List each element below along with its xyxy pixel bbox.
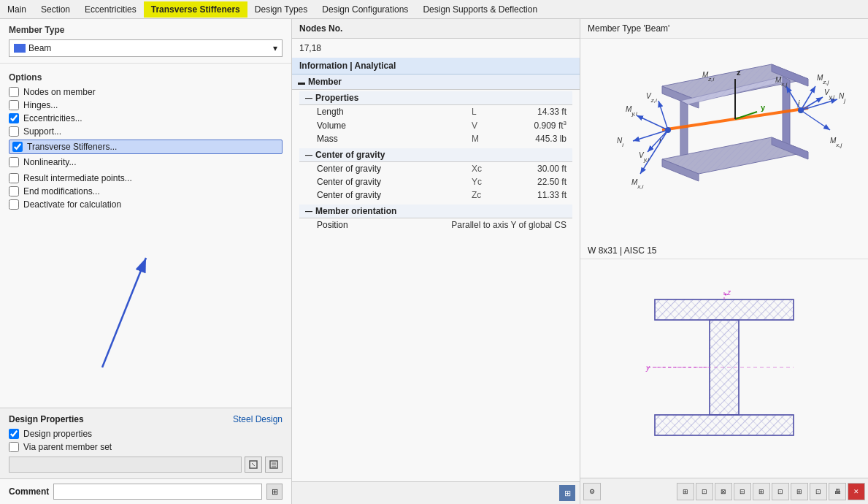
steel-design-link[interactable]: Steel Design — [233, 414, 283, 424]
menu-design-supports[interactable]: Design Supports & Deflection — [415, 1, 545, 18]
mass-name: Mass — [317, 134, 472, 144]
footer-icon-2[interactable]: ⊡ — [696, 483, 713, 500]
footer-icon-print[interactable]: 🖶 — [829, 483, 846, 500]
checkbox-eccentricities-input[interactable] — [9, 113, 19, 123]
member-type-section: Member Type Beam ▾ — [0, 19, 291, 63]
footer-icon-close[interactable]: ✕ — [848, 483, 865, 500]
cog-zc-row: Center of gravity Zc 11.33 ft — [311, 188, 572, 202]
checkbox-nonlinearity[interactable]: Nonlinearity... — [9, 157, 283, 167]
menu-eccentricities[interactable]: Eccentricities — [77, 1, 144, 18]
footer-icon-5[interactable]: ⊞ — [753, 483, 770, 500]
checkbox-eccentricities[interactable]: Eccentricities... — [9, 113, 283, 123]
checkbox-support-input[interactable] — [9, 126, 19, 137]
checkbox-end-modifications[interactable]: End modifications... — [9, 186, 283, 196]
menu-design-configurations[interactable]: Design Configurations — [315, 1, 415, 18]
properties-toggle-icon: — — [305, 94, 312, 102]
svg-rect-23 — [589, 39, 859, 243]
divider-1 — [0, 63, 291, 64]
checkbox-via-parent-input[interactable] — [9, 442, 19, 452]
grid-view-icon[interactable]: ⊞ — [559, 485, 575, 501]
svg-rect-63 — [655, 415, 794, 435]
svg-text:Mx,i: Mx,i — [631, 178, 644, 190]
length-value: 14.33 ft — [493, 107, 566, 117]
volume-value: 0.909 ft3 — [493, 120, 566, 131]
right-header: Member Type 'Beam' — [580, 19, 868, 39]
menubar: Main Section Eccentricities Transverse S… — [0, 0, 868, 19]
cog-zc-value: 11.33 ft — [493, 190, 566, 200]
options-section: Options Nodes on member Hinges... Eccent… — [0, 68, 291, 408]
checkbox-support[interactable]: Support... — [9, 126, 283, 137]
middle-panel: Nodes No. 17,18 Information | Analytical… — [292, 19, 580, 504]
menu-section[interactable]: Section — [34, 1, 77, 18]
checkbox-nodes-label: Nodes on member — [23, 87, 96, 97]
svg-text:z: z — [726, 289, 731, 297]
member-type-select[interactable]: Beam ▾ — [9, 39, 283, 57]
checkbox-hinges-input[interactable] — [9, 100, 19, 110]
design-props-button-1[interactable] — [245, 457, 262, 473]
checkbox-transverse-label: Transverse Stiffeners... — [27, 142, 117, 152]
menu-main[interactable]: Main — [0, 1, 34, 18]
right-footer: ⚙ ⊞ ⊡ ⊠ ⊟ ⊞ ⊡ ⊞ ⊡ 🖶 ✕ — [580, 478, 868, 504]
checkbox-deactivate[interactable]: Deactivate for calculation — [9, 199, 283, 210]
position-name: Position — [317, 220, 451, 230]
cog-label: Center of gravity — [315, 150, 385, 160]
cog-yc-name: Center of gravity — [317, 177, 472, 187]
checkbox-via-parent[interactable]: Via parent member set — [9, 442, 283, 452]
svg-line-3 — [252, 463, 255, 466]
checkbox-end-label: End modifications... — [23, 186, 100, 196]
checkbox-transverse-stiffeners[interactable]: Transverse Stiffeners... — [9, 140, 283, 154]
design-props-button-2[interactable] — [265, 457, 283, 473]
svg-text:Mx,j: Mx,j — [830, 137, 842, 148]
checkbox-design-properties-label: Design properties — [23, 429, 92, 439]
checkbox-deactivate-label: Deactivate for calculation — [23, 199, 121, 210]
svg-text:Vy,j: Vy,j — [824, 88, 834, 100]
svg-text:Vz,i: Vz,i — [646, 92, 657, 104]
footer-icon-1[interactable]: ⊞ — [677, 483, 694, 500]
comment-dropdown[interactable] — [53, 484, 262, 500]
volume-row: Volume V 0.909 ft3 — [311, 118, 572, 132]
info-analytical-header: Information | Analytical — [292, 58, 580, 75]
right-panel: Member Type 'Beam' — [580, 19, 868, 504]
footer-icon-3[interactable]: ⊠ — [715, 483, 732, 500]
checkbox-nonlinearity-input[interactable] — [9, 157, 19, 167]
checkbox-hinges[interactable]: Hinges... — [9, 100, 283, 110]
orientation-label: Member orientation — [315, 206, 396, 216]
member-type-row: Beam ▾ — [9, 39, 283, 57]
orientation-header[interactable]: — Member orientation — [299, 205, 572, 218]
footer-settings-icon[interactable]: ⚙ — [583, 483, 601, 500]
menu-design-types[interactable]: Design Types — [247, 1, 315, 18]
list-icon — [269, 459, 279, 470]
footer-icon-7[interactable]: ⊞ — [791, 483, 808, 500]
checkbox-nodes-input[interactable] — [9, 87, 19, 97]
checkbox-design-properties[interactable]: Design properties — [9, 429, 283, 439]
mass-key: M — [472, 134, 493, 144]
cog-xc-name: Center of gravity — [317, 164, 472, 174]
cog-header[interactable]: — Center of gravity — [299, 148, 572, 162]
checkbox-result-input[interactable] — [9, 173, 19, 183]
checkbox-result-intermediate[interactable]: Result intermediate points... — [9, 173, 283, 183]
checkbox-design-properties-input[interactable] — [9, 429, 19, 439]
properties-header[interactable]: — Properties — [299, 91, 572, 105]
comment-button[interactable]: ⊞ — [266, 484, 283, 500]
checkbox-deactivate-input[interactable] — [9, 199, 19, 210]
length-name: Length — [317, 107, 472, 117]
footer-icon-6[interactable]: ⊡ — [772, 483, 789, 500]
menu-transverse-stiffeners[interactable]: Transverse Stiffeners — [144, 1, 247, 18]
svg-line-41 — [801, 97, 823, 110]
beam-color-icon — [14, 44, 26, 53]
beam-diagram: y z i j — [580, 39, 868, 243]
svg-text:Mz,j: Mz,j — [817, 74, 829, 85]
design-props-header: Design Properties Steel Design — [9, 414, 283, 424]
svg-rect-24 — [589, 39, 859, 243]
checkbox-nodes-on-member[interactable]: Nodes on member — [9, 87, 283, 97]
member-tree-header[interactable]: ▬ Member — [292, 75, 580, 90]
checkbox-nonlinearity-label: Nonlinearity... — [23, 157, 76, 167]
checkbox-end-input[interactable] — [9, 186, 19, 196]
checkbox-result-label: Result intermediate points... — [23, 173, 132, 183]
cog-yc-value: 22.50 ft — [493, 177, 566, 187]
checkbox-transverse-input[interactable] — [12, 142, 23, 152]
footer-icon-4[interactable]: ⊟ — [734, 483, 751, 500]
footer-icon-8[interactable]: ⊡ — [810, 483, 827, 500]
member-type-value: Beam — [28, 43, 51, 53]
pencil-icon — [248, 459, 258, 470]
